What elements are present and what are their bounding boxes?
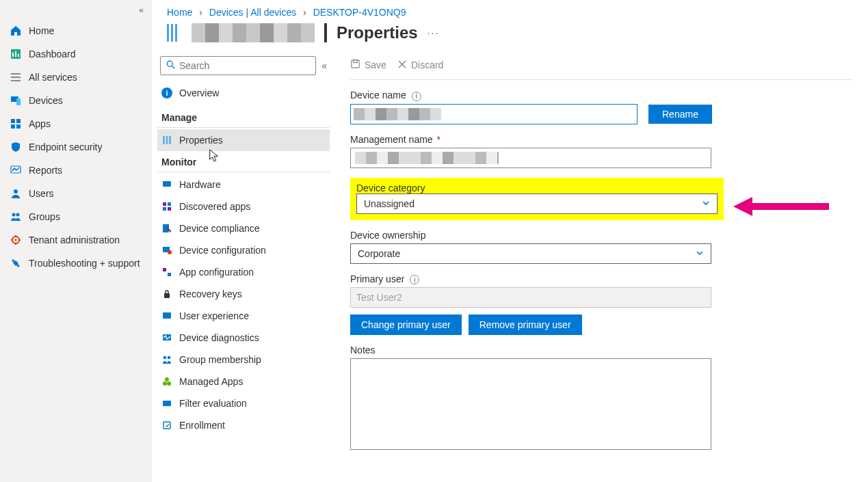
menu-group-membership[interactable]: Group membership bbox=[157, 349, 330, 371]
nav-home[interactable]: Home bbox=[0, 19, 152, 42]
menu-properties[interactable]: Properties bbox=[157, 129, 330, 151]
troubleshoot-icon bbox=[10, 257, 22, 269]
command-bar: Save Discard bbox=[350, 52, 853, 80]
section-manage: Manage bbox=[157, 107, 330, 128]
menu-filter-evaluation[interactable]: Filter evaluation bbox=[157, 392, 330, 414]
nav-users[interactable]: Users bbox=[0, 182, 152, 205]
device-category-label: Device category bbox=[356, 183, 425, 193]
svg-point-41 bbox=[165, 377, 169, 381]
menu-recovery-keys[interactable]: Recovery keys bbox=[157, 283, 330, 305]
device-name-label: Device name i bbox=[350, 90, 853, 101]
svg-rect-2 bbox=[15, 51, 16, 57]
device-ownership-label: Device ownership bbox=[350, 230, 853, 241]
menu-label: App configuration bbox=[179, 267, 254, 278]
remove-primary-user-button[interactable]: Remove primary user bbox=[469, 314, 582, 335]
diagnostics-icon bbox=[161, 332, 172, 343]
svg-point-37 bbox=[163, 356, 167, 360]
breadcrumb-devices[interactable]: Devices | All devices bbox=[209, 7, 296, 18]
user-experience-icon bbox=[161, 310, 172, 321]
menu-label: Hardware bbox=[179, 179, 221, 190]
svg-rect-10 bbox=[16, 119, 21, 123]
management-name-field[interactable] bbox=[350, 148, 711, 168]
discard-label: Discard bbox=[411, 59, 443, 70]
save-label: Save bbox=[365, 59, 386, 70]
nav-troubleshoot[interactable]: Troubleshooting + support bbox=[0, 252, 152, 275]
info-icon[interactable]: i bbox=[412, 92, 421, 101]
nav-endpoint-security[interactable]: Endpoint security bbox=[0, 135, 152, 159]
svg-rect-42 bbox=[163, 401, 171, 406]
device-config-icon bbox=[161, 245, 172, 256]
nav-reports[interactable]: Reports bbox=[0, 159, 152, 182]
collapse-global-nav-icon[interactable]: « bbox=[139, 5, 144, 15]
svg-rect-9 bbox=[11, 119, 15, 123]
svg-point-18 bbox=[15, 239, 17, 241]
svg-rect-23 bbox=[169, 136, 171, 144]
menu-enrollment[interactable]: Enrollment bbox=[157, 414, 330, 436]
tenant-admin-icon bbox=[10, 234, 22, 246]
managed-apps-icon bbox=[161, 376, 172, 387]
global-nav: « Home Dashboard All services Devices Ap… bbox=[0, 0, 152, 482]
home-icon bbox=[10, 25, 22, 37]
svg-rect-44 bbox=[352, 60, 359, 68]
menu-hardware[interactable]: Hardware bbox=[157, 174, 330, 196]
save-button[interactable]: Save bbox=[350, 59, 386, 71]
svg-rect-45 bbox=[354, 60, 358, 63]
discard-button[interactable]: Discard bbox=[397, 59, 443, 71]
close-icon bbox=[397, 59, 407, 71]
devices-icon bbox=[10, 94, 22, 107]
menu-device-diagnostics[interactable]: Device diagnostics bbox=[157, 327, 330, 349]
nav-apps[interactable]: Apps bbox=[0, 112, 152, 135]
search-input[interactable] bbox=[179, 60, 310, 71]
nav-label: Troubleshooting + support bbox=[29, 258, 140, 269]
svg-point-40 bbox=[167, 381, 171, 386]
svg-rect-12 bbox=[16, 124, 21, 129]
svg-rect-35 bbox=[163, 312, 171, 319]
discovered-apps-icon bbox=[161, 201, 172, 212]
menu-label: User experience bbox=[179, 310, 249, 321]
device-category-select[interactable]: Unassigned bbox=[356, 193, 718, 214]
menu-label: Recovery keys bbox=[179, 289, 242, 299]
nav-label: All services bbox=[29, 72, 77, 83]
properties-icon bbox=[167, 24, 182, 42]
section-monitor: Monitor bbox=[157, 151, 330, 172]
svg-rect-34 bbox=[164, 293, 170, 298]
properties-icon bbox=[161, 135, 172, 146]
nav-dashboard[interactable]: Dashboard bbox=[0, 42, 152, 66]
nav-all-services[interactable]: All services bbox=[0, 66, 152, 89]
nav-label: Devices bbox=[29, 95, 63, 106]
nav-tenant-admin[interactable]: Tenant administration bbox=[0, 228, 152, 252]
app-config-icon bbox=[161, 267, 172, 278]
svg-point-15 bbox=[12, 213, 16, 217]
notes-textarea[interactable] bbox=[350, 358, 711, 450]
collapse-resource-menu-icon[interactable]: « bbox=[321, 60, 327, 71]
device-ownership-select[interactable]: Corporate bbox=[350, 243, 711, 264]
menu-app-configuration[interactable]: App configuration bbox=[157, 261, 330, 283]
menu-device-configuration[interactable]: Device configuration bbox=[157, 239, 330, 261]
info-icon[interactable]: i bbox=[410, 275, 419, 284]
menu-managed-apps[interactable]: Managed Apps bbox=[157, 371, 330, 392]
menu-device-compliance[interactable]: Device compliance bbox=[157, 217, 330, 239]
change-primary-user-button[interactable]: Change primary user bbox=[350, 314, 462, 335]
device-name-field[interactable] bbox=[350, 104, 637, 124]
chevron-down-icon bbox=[696, 248, 704, 259]
nav-groups[interactable]: Groups bbox=[0, 205, 152, 228]
menu-label: Overview bbox=[179, 88, 219, 98]
device-name-redacted bbox=[192, 23, 315, 42]
required-indicator: * bbox=[437, 134, 440, 145]
more-actions-icon[interactable]: ··· bbox=[428, 27, 440, 38]
menu-label: Filter evaluation bbox=[179, 398, 247, 409]
menu-label: Device compliance bbox=[179, 223, 260, 234]
page-header: Properties ··· bbox=[152, 22, 868, 52]
menu-user-experience[interactable]: User experience bbox=[157, 305, 330, 327]
menu-overview[interactable]: i Overview bbox=[157, 82, 330, 107]
breadcrumb-home[interactable]: Home bbox=[167, 7, 192, 18]
breadcrumb-device[interactable]: DESKTOP-4V1ONQ9 bbox=[313, 7, 406, 18]
main-content: Save Discard Device name i bbox=[335, 52, 868, 482]
users-icon bbox=[10, 187, 22, 200]
rename-button[interactable]: Rename bbox=[648, 105, 712, 124]
enrollment-icon bbox=[161, 420, 172, 431]
resource-menu-search[interactable] bbox=[160, 56, 316, 75]
nav-devices[interactable]: Devices bbox=[0, 89, 152, 112]
menu-discovered-apps[interactable]: Discovered apps bbox=[157, 196, 330, 217]
menu-label: Discovered apps bbox=[179, 201, 250, 212]
